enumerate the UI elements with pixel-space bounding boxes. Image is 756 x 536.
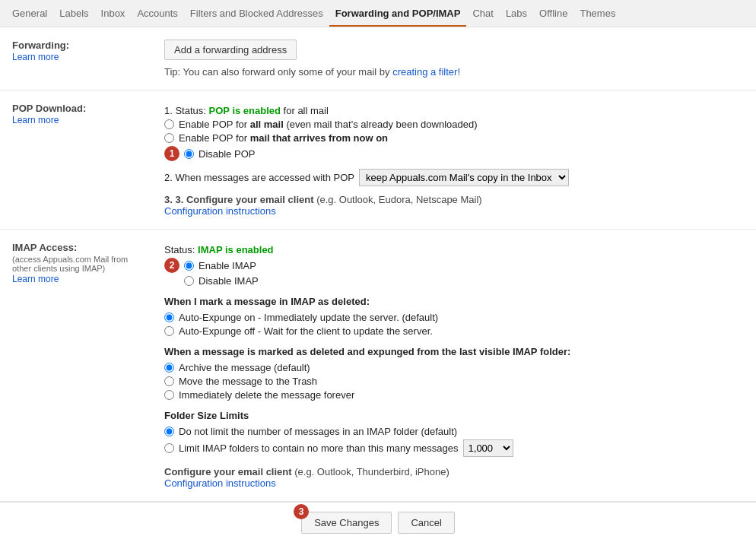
forwarding-title: Forwarding:	[12, 40, 140, 51]
imap-movetrash-radio[interactable]	[164, 376, 174, 386]
imap-config-link[interactable]: Configuration instructions	[164, 477, 276, 489]
nav-item-offline[interactable]: Offline	[533, 0, 573, 27]
pop-content: 1. Status: POP is enabled for all mail E…	[152, 103, 756, 217]
pop-config-title-text: 3. Configure your email client	[175, 194, 313, 205]
pop-config-section: 3. 3. Configure your email client (e.g. …	[164, 194, 744, 217]
pop-option1-text: Enable POP for	[179, 119, 247, 130]
tip-text-prefix: Tip: You can also forward only some of y…	[164, 66, 390, 78]
imap-learn-more[interactable]: Learn more	[12, 274, 59, 284]
pop-action-select[interactable]: keep Appuals.com Mail's copy in the Inbo…	[359, 169, 569, 186]
imap-limit-row: Limit IMAP folders to contain no more th…	[164, 439, 744, 457]
imap-deleteforever-row: Immediately delete the message forever	[164, 389, 744, 401]
pop-config-link[interactable]: Configuration instructions	[164, 205, 276, 217]
imap-deleted-title: When I mark a message in IMAP as deleted…	[164, 296, 744, 307]
pop-title: POP Download:	[12, 103, 140, 114]
settings-content: Forwarding: Learn more Add a forwarding …	[0, 27, 756, 536]
nav-item-filters[interactable]: Filters and Blocked Addresses	[184, 0, 329, 27]
nav-item-accounts[interactable]: Accounts	[131, 0, 183, 27]
imap-config-example: (e.g. Outlook, Thunderbird, iPhone)	[294, 466, 449, 477]
imap-label-col: IMAP Access: (access Appuals.com Mail fr…	[0, 242, 152, 489]
imap-expunged-title: When a message is marked as deleted and …	[164, 346, 744, 357]
imap-autoexp-off-radio[interactable]	[164, 326, 174, 336]
nav-item-inbox[interactable]: Inbox	[95, 0, 132, 27]
imap-deleted-section: When I mark a message in IMAP as deleted…	[164, 296, 744, 337]
pop-learn-more[interactable]: Learn more	[12, 115, 59, 125]
imap-config-title-text: Configure your email client	[164, 466, 292, 477]
imap-archive-radio[interactable]	[164, 363, 174, 373]
imap-movetrash-row: Move the message to the Trash	[164, 376, 744, 387]
pop-section: POP Download: Learn more 1. Status: POP …	[0, 90, 756, 230]
pop-option2-row: Enable POP for mail that arrives from no…	[164, 132, 744, 144]
imap-config-section: Configure your email client (e.g. Outloo…	[164, 466, 744, 489]
imap-nolimit-radio[interactable]	[164, 427, 174, 436]
save-badge: 3	[294, 504, 309, 519]
forwarding-label-col: Forwarding: Learn more	[0, 40, 152, 78]
imap-deleteforever-label: Immediately delete the message forever	[179, 389, 354, 401]
imap-autoexp-on-label: Auto-Expunge on - Immediately update the…	[179, 312, 438, 323]
nav-item-general[interactable]: General	[6, 0, 53, 27]
pop-label-col: POP Download: Learn more	[0, 103, 152, 217]
pop-option1-row: Enable POP for all mail (even mail that'…	[164, 119, 744, 130]
cancel-button[interactable]: Cancel	[398, 512, 454, 534]
pop-disable-radio[interactable]	[184, 149, 194, 159]
forwarding-tip: Tip: You can also forward only some of y…	[164, 66, 744, 78]
imap-title: IMAP Access:	[12, 242, 140, 253]
imap-expunged-section: When a message is marked as deleted and …	[164, 346, 744, 401]
forwarding-content: Add a forwarding address Tip: You can al…	[152, 40, 756, 78]
imap-deleteforever-radio[interactable]	[164, 390, 174, 400]
forwarding-section: Forwarding: Learn more Add a forwarding …	[0, 27, 756, 90]
imap-autoexp-off-row: Auto-Expunge off - Wait for the client t…	[164, 325, 744, 337]
main-wrapper: General Labels Inbox Accounts Filters an…	[0, 0, 756, 536]
pop-option1-suffix: (even mail that's already been downloade…	[286, 119, 477, 130]
imap-config-label: Configure your email client (e.g. Outloo…	[164, 466, 449, 477]
imap-limit-text: Limit IMAP folders to contain no more th…	[179, 442, 459, 454]
pop-config-number: 3.	[164, 194, 173, 205]
pop-config-label: 3. 3. Configure your email client (e.g. …	[164, 194, 482, 205]
forwarding-learn-more[interactable]: Learn more	[12, 52, 59, 62]
pop-option1-bold: all mail	[250, 119, 284, 130]
imap-enable-label: Enable IMAP	[199, 260, 256, 271]
imap-movetrash-label: Move the message to the Trash	[179, 376, 317, 387]
creating-filter-link[interactable]: creating a filter!	[392, 66, 460, 78]
imap-status-prefix: Status:	[164, 244, 195, 255]
add-forwarding-button[interactable]: Add a forwarding address	[164, 40, 297, 60]
pop-when-row: 2. When messages are accessed with POP k…	[164, 169, 744, 186]
pop-option2-text: Enable POP for	[179, 132, 247, 144]
imap-disable-label: Disable IMAP	[199, 275, 259, 287]
nav-item-forwarding[interactable]: Forwarding and POP/IMAP	[329, 0, 467, 27]
nav-item-labels[interactable]: Labels	[53, 0, 94, 27]
imap-sub-label: (access Appuals.com Mail from other clie…	[12, 255, 140, 273]
imap-nolimit-label: Do not limit the number of messages in a…	[179, 426, 457, 437]
pop-fromnow-radio[interactable]	[164, 133, 174, 143]
pop-when-label: 2. When messages are accessed with POP	[164, 172, 354, 183]
imap-archive-label: Archive the message (default)	[179, 362, 310, 373]
imap-disable-radio[interactable]	[184, 276, 194, 286]
imap-autoexp-on-row: Auto-Expunge on - Immediately update the…	[164, 312, 744, 323]
nav-item-themes[interactable]: Themes	[573, 0, 621, 27]
pop-status-prefix: 1. Status:	[164, 105, 206, 116]
pop-config-example: (e.g. Outlook, Eudora, Netscape Mail)	[316, 194, 482, 205]
imap-autoexp-on-radio[interactable]	[164, 312, 174, 322]
imap-limit-select[interactable]: 1,000 2,000 5,000 10,000	[463, 439, 513, 457]
save-button[interactable]: Save Changes	[301, 512, 392, 534]
imap-enable-radio[interactable]	[184, 261, 194, 271]
pop-allmail-radio[interactable]	[164, 119, 174, 129]
imap-status-text: IMAP is enabled	[198, 244, 273, 255]
nav-item-chat[interactable]: Chat	[466, 0, 499, 27]
imap-archive-row: Archive the message (default)	[164, 362, 744, 373]
pop-option2-bold: mail that arrives from now on	[250, 132, 388, 144]
imap-enable-row: 2 Enable IMAP	[164, 258, 744, 273]
pop-status-suffix: for all mail	[284, 105, 329, 116]
imap-status-row: Status: IMAP is enabled	[164, 244, 744, 255]
imap-folder-size-title: Folder Size Limits	[164, 410, 744, 421]
pop-option3-row: 1 Disable POP	[164, 146, 744, 161]
imap-limit-radio[interactable]	[164, 443, 174, 453]
nav-item-labs[interactable]: Labs	[500, 0, 533, 27]
imap-folder-size-section: Folder Size Limits Do not limit the numb…	[164, 410, 744, 457]
imap-section: IMAP Access: (access Appuals.com Mail fr…	[0, 230, 756, 502]
pop-status-row: 1. Status: POP is enabled for all mail	[164, 105, 744, 116]
imap-autoexp-off-label: Auto-Expunge off - Wait for the client t…	[179, 325, 433, 337]
pop-badge: 1	[164, 146, 179, 161]
form-buttons-row: 3 Save Changes Cancel	[0, 502, 756, 536]
imap-disable-row: Disable IMAP	[184, 275, 744, 287]
